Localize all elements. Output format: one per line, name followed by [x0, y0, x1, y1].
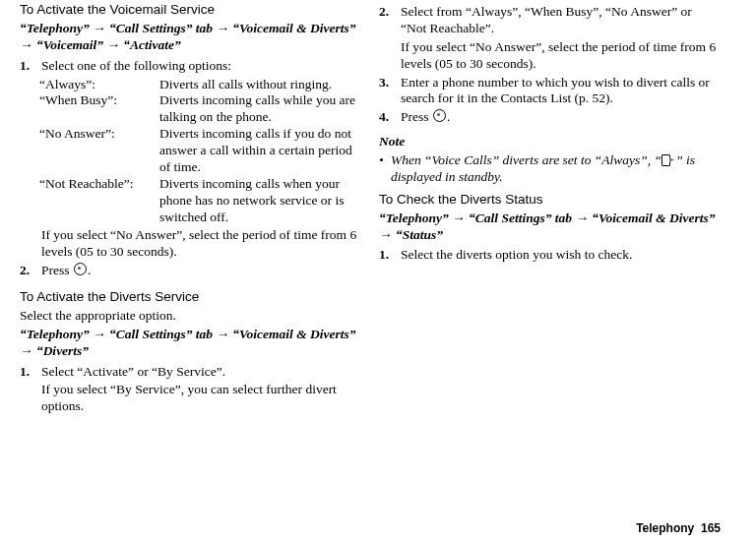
option-value: Diverts incoming calls while you are tal…	[159, 92, 361, 126]
page-content: To Activate the Voicemail Service “Telep…	[0, 0, 756, 417]
option-not-reachable: “Not Reachable”: Diverts incoming calls …	[39, 176, 361, 226]
voicemail-step-2: 2. Press .	[20, 263, 361, 279]
voicemail-options-table: “Always”: Diverts all calls without ring…	[39, 77, 361, 226]
note-heading: Note	[379, 134, 721, 151]
footer-page-number: 165	[701, 521, 721, 535]
diverts-step-4: 4. Press .	[379, 109, 721, 126]
center-key-icon	[433, 109, 446, 122]
note-text-before: When “Voice Calls” diverts are set to “A…	[391, 152, 662, 167]
step-number: 3.	[379, 75, 401, 108]
section-title-check-status: To Check the Diverts Status	[379, 192, 721, 209]
diverts-step-2: 2. Select from “Always”, “When Busy”, “N…	[379, 4, 721, 37]
diverts-step2-note: If you select “No Answer”, select the pe…	[401, 39, 721, 73]
section-title-activate-voicemail: To Activate the Voicemail Service	[20, 2, 361, 19]
option-key: “Always”:	[39, 77, 159, 93]
note-text: When “Voice Calls” diverts are set to “A…	[391, 152, 721, 186]
standby-divert-icon	[662, 154, 675, 165]
step-number: 4.	[379, 109, 401, 126]
status-step-1: 1. Select the diverts option you wish to…	[379, 247, 721, 264]
step-text: Press .	[41, 263, 361, 279]
step-text: Select from “Always”, “When Busy”, “No A…	[401, 4, 721, 37]
note-bullet: • When “Voice Calls” diverts are set to …	[379, 152, 721, 186]
option-always: “Always”: Diverts all calls without ring…	[39, 77, 361, 93]
step-text: Enter a phone number to which you wish t…	[401, 75, 721, 108]
diverts-step1-note: If you select “By Service”, you can sele…	[41, 382, 361, 415]
center-key-icon	[74, 263, 87, 275]
option-value: Diverts incoming calls if you do not ans…	[159, 126, 361, 176]
voicemail-step-1: 1. Select one of the following options:	[20, 58, 361, 75]
step-text: Select “Activate” or “By Service”.	[41, 364, 361, 381]
step-number: 1.	[20, 364, 41, 381]
nav-path-diverts: “Telephony” → “Call Settings” tab → “Voi…	[20, 327, 361, 360]
option-key: “No Answer”:	[39, 126, 159, 176]
bullet-dot: •	[379, 152, 391, 186]
diverts-step-1: 1. Select “Activate” or “By Service”.	[20, 364, 361, 381]
option-when-busy: “When Busy”: Diverts incoming calls whil…	[39, 92, 361, 126]
voicemail-step1-note: If you select “No Answer”, select the pe…	[41, 227, 361, 261]
option-value: Diverts all calls without ringing.	[159, 77, 361, 93]
press-text-before: Press	[401, 109, 432, 124]
step-number: 1.	[20, 58, 41, 75]
option-key: “When Busy”:	[39, 92, 159, 126]
press-text-after: .	[88, 263, 91, 277]
option-key: “Not Reachable”:	[39, 176, 159, 226]
option-no-answer: “No Answer”: Diverts incoming calls if y…	[39, 126, 361, 176]
section-title-activate-diverts: To Activate the Diverts Service	[20, 289, 361, 306]
press-text-before: Press	[41, 263, 73, 277]
step-text: Press .	[401, 109, 721, 126]
nav-path-status: “Telephony” → “Call Settings” tab → “Voi…	[379, 211, 721, 244]
press-text-after: .	[447, 109, 450, 124]
step-text: Select one of the following options:	[41, 58, 361, 75]
step-number: 1.	[379, 247, 401, 264]
step-number: 2.	[20, 263, 41, 279]
page-footer: Telephony 165	[636, 521, 721, 536]
left-column: To Activate the Voicemail Service “Telep…	[20, 2, 361, 417]
right-column: 2. Select from “Always”, “When Busy”, “N…	[379, 2, 721, 417]
option-value: Diverts incoming calls when your phone h…	[159, 176, 361, 226]
nav-path-voicemail: “Telephony” → “Call Settings” tab → “Voi…	[20, 21, 361, 54]
diverts-step-3: 3. Enter a phone number to which you wis…	[379, 75, 721, 108]
step-number: 2.	[379, 4, 401, 37]
step-text: Select the diverts option you wish to ch…	[401, 247, 721, 264]
footer-section-label: Telephony	[636, 521, 694, 535]
diverts-pretext: Select the appropriate option.	[20, 308, 361, 325]
